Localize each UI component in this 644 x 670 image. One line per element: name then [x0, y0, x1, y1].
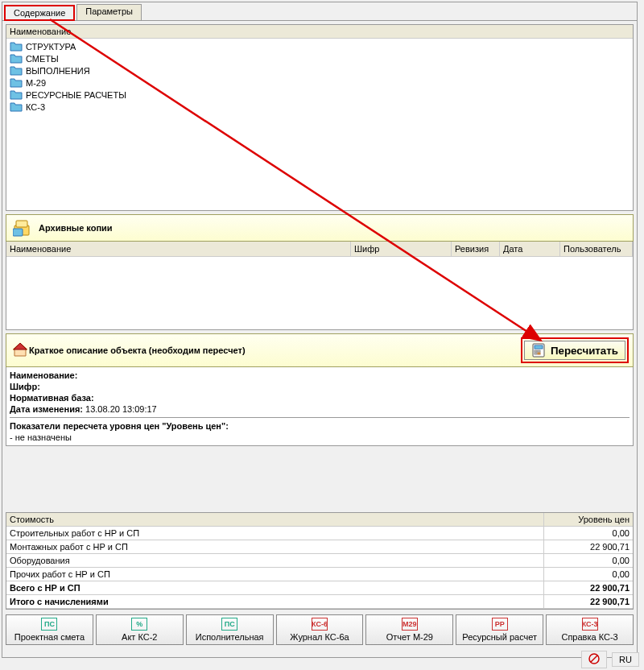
archive-col-shifr[interactable]: Шифр — [351, 242, 452, 256]
description-title: Краткое описание объекта (необходим пере… — [29, 345, 521, 355]
details-panel: Наименование: Шифр: Нормативная база: Да… — [6, 367, 634, 446]
tree-panel: Наименование СТРУКТУРАСМЕТЫВЫПОЛНЕНИЯМ-2… — [6, 24, 634, 211]
archive-title: Архивные копии — [39, 223, 113, 233]
toolbar-label: Журнал КС-6а — [290, 632, 349, 642]
cost-row: Прочих работ с НР и СП0,00 — [6, 568, 633, 581]
svg-line-12 — [591, 656, 597, 662]
toolbar-label: Ресурсный расчет — [462, 632, 537, 642]
folder-icon — [10, 101, 23, 112]
archive-header: Наименование Шифр Ревизия Дата Пользоват… — [6, 242, 633, 257]
cost-row-label: Всего с НР и СП — [6, 581, 544, 594]
cost-row-value: 22 900,71 — [544, 595, 633, 608]
archive-icon — [11, 218, 34, 238]
svg-rect-1 — [16, 221, 27, 227]
description-bar: Краткое описание объекта (необходим пере… — [6, 333, 634, 367]
recalc-button[interactable]: Пересчитать — [524, 341, 625, 360]
detail-date: Дата изменения: 13.08.20 13:09:17 — [10, 403, 630, 415]
tree-item[interactable]: М-29 — [10, 77, 630, 89]
svg-rect-6 — [535, 345, 543, 349]
folder-icon — [10, 53, 23, 64]
toolbar-label: Отчет М-29 — [386, 632, 433, 642]
toolbar-label: Справка КС-3 — [561, 632, 617, 642]
detail-name: Наименование: — [10, 370, 630, 381]
tree-item-label: РЕСУРСНЫЕ РАСЧЕТЫ — [26, 90, 126, 100]
tree-item[interactable]: СМЕТЫ — [10, 52, 630, 64]
cost-row-label: Прочих работ с НР и СП — [6, 568, 544, 581]
cost-row: Монтажных работ с НР и СП22 900,71 — [6, 540, 633, 554]
svg-rect-10 — [538, 353, 540, 354]
cost-row: Оборудования0,00 — [6, 554, 633, 568]
folder-icon — [10, 65, 23, 76]
svg-rect-2 — [13, 229, 23, 236]
toolbar-button[interactable]: М29Отчет М-29 — [365, 614, 453, 645]
toolbar-button[interactable]: КС-6Журнал КС-6а — [276, 614, 364, 645]
calculator-icon — [531, 343, 546, 358]
tab-params[interactable]: Параметры — [76, 4, 142, 20]
cost-row-label: Монтажных работ с НР и СП — [6, 540, 544, 553]
house-icon — [11, 341, 29, 359]
cost-header-label: Стоимость — [6, 513, 544, 526]
status-disabled-icon — [581, 651, 607, 668]
toolbar-button[interactable]: КС-3Справка КС-3 — [546, 614, 634, 645]
cost-header-value: Уровень цен — [544, 513, 633, 526]
toolbar-button[interactable]: РРРесурсный расчет — [456, 614, 543, 645]
toolbar-label: Акт КС-2 — [122, 632, 157, 642]
cost-row-value: 0,00 — [544, 568, 633, 581]
cost-row-label: Строительных работ с НР и СП — [6, 527, 544, 540]
toolbar-icon: М29 — [402, 618, 418, 631]
archive-col-name[interactable]: Наименование — [6, 242, 351, 256]
cost-table: Стоимость Уровень цен Строительных работ… — [6, 512, 634, 610]
tree-item-label: ВЫПОЛНЕНИЯ — [26, 66, 90, 76]
toolbar-icon: РР — [492, 618, 508, 631]
toolbar-icon: КС-6 — [312, 618, 328, 631]
archive-col-user[interactable]: Пользователь — [560, 242, 633, 256]
cost-row-value: 0,00 — [544, 554, 633, 567]
cost-row: Всего с НР и СП22 900,71 — [6, 581, 633, 595]
status-bar: RU — [580, 649, 641, 670]
cost-row-label: Итого с начислениями — [6, 595, 544, 608]
toolbar-label: Исполнительная — [196, 632, 264, 642]
recalc-label: Пересчитать — [551, 345, 618, 357]
toolbar-label: Проектная смета — [14, 632, 85, 642]
toolbar-button[interactable]: ПСИсполнительная — [186, 614, 274, 645]
toolbar-button[interactable]: %Акт КС-2 — [96, 614, 184, 645]
archive-col-rev[interactable]: Ревизия — [452, 242, 500, 256]
tree-item-label: СТРУКТУРА — [26, 42, 76, 52]
tree-body[interactable]: СТРУКТУРАСМЕТЫВЫПОЛНЕНИЯМ-29РЕСУРСНЫЕ РА… — [6, 39, 633, 210]
detail-shifr: Шифр: — [10, 381, 630, 392]
cost-row: Строительных работ с НР и СП0,00 — [6, 527, 633, 540]
tree-item-label: СМЕТЫ — [26, 54, 59, 64]
tree-item[interactable]: РЕСУРСНЫЕ РАСЧЕТЫ — [10, 89, 630, 101]
tab-content[interactable]: Содержание — [4, 5, 75, 21]
archive-col-date[interactable]: Дата — [500, 242, 560, 256]
toolbar-icon: ПС — [221, 618, 237, 631]
toolbar-button[interactable]: ПСПроектная смета — [6, 614, 93, 645]
tab-bar: Содержание Параметры — [2, 2, 637, 21]
detail-indicators-label: Показатели пересчета уровня цен "Уровень… — [10, 420, 630, 432]
svg-rect-7 — [535, 350, 537, 352]
cost-row-value: 22 900,71 — [544, 540, 633, 553]
toolbar-icon: ПС — [41, 618, 57, 631]
detail-indicators-value: - не назначены — [10, 432, 630, 443]
svg-rect-8 — [538, 350, 540, 352]
cost-row-value: 22 900,71 — [544, 581, 633, 594]
tree-item[interactable]: КС-3 — [10, 101, 630, 113]
archive-table[interactable]: Наименование Шифр Ревизия Дата Пользоват… — [6, 242, 634, 330]
toolbar-icon: КС-3 — [582, 618, 598, 631]
recalc-highlight: Пересчитать — [521, 337, 629, 363]
status-lang[interactable]: RU — [612, 652, 639, 667]
tree-item[interactable]: ВЫПОЛНЕНИЯ — [10, 64, 630, 77]
svg-marker-4 — [14, 343, 27, 349]
tree-header: Наименование — [6, 25, 633, 39]
tree-item[interactable]: СТРУКТУРА — [10, 40, 630, 52]
cost-row: Итого с начислениями22 900,71 — [6, 595, 633, 609]
cost-row-value: 0,00 — [544, 527, 633, 540]
svg-rect-9 — [535, 353, 537, 354]
folder-icon — [10, 77, 23, 88]
cost-row-label: Оборудования — [6, 554, 544, 567]
cost-header: Стоимость Уровень цен — [6, 513, 633, 527]
detail-base: Нормативная база: — [10, 392, 630, 403]
bottom-toolbar: ПСПроектная смета%Акт КС-2ПСИсполнительн… — [6, 614, 634, 645]
folder-icon — [10, 41, 23, 52]
tree-item-label: М-29 — [26, 78, 46, 88]
